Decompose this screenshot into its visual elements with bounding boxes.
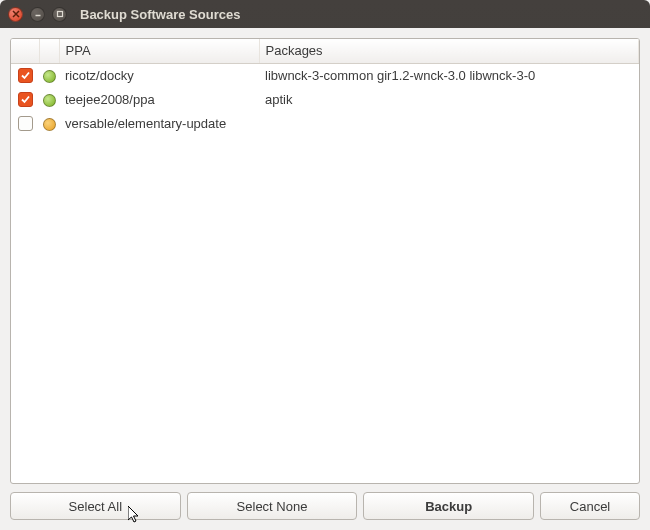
table-row[interactable]: teejee2008/ppaaptik: [11, 87, 639, 111]
status-cell: [39, 63, 59, 87]
check-icon: [20, 94, 31, 105]
minimize-icon: [34, 10, 42, 18]
column-header-status[interactable]: [39, 39, 59, 63]
packages-cell: [259, 111, 639, 135]
button-bar: Select All Select None Backup Cancel: [10, 492, 640, 520]
check-icon: [20, 70, 31, 81]
status-dot-icon: [43, 94, 56, 107]
row-checkbox[interactable]: [18, 92, 33, 107]
maximize-button[interactable]: [52, 7, 67, 22]
window-title: Backup Software Sources: [80, 7, 240, 22]
window-controls: [8, 7, 67, 22]
packages-cell: aptik: [259, 87, 639, 111]
checkbox-cell: [11, 111, 39, 135]
content-area: PPA Packages ricotz/dockylibwnck-3-commo…: [0, 28, 650, 530]
ppa-name-cell: teejee2008/ppa: [59, 87, 259, 111]
column-header-check[interactable]: [11, 39, 39, 63]
minimize-button[interactable]: [30, 7, 45, 22]
status-dot-icon: [43, 70, 56, 83]
cancel-button[interactable]: Cancel: [540, 492, 640, 520]
row-checkbox[interactable]: [18, 68, 33, 83]
row-checkbox[interactable]: [18, 116, 33, 131]
ppa-name-cell: versable/elementary-update: [59, 111, 259, 135]
checkbox-cell: [11, 63, 39, 87]
status-dot-icon: [43, 118, 56, 131]
table-row[interactable]: ricotz/dockylibwnck-3-common gir1.2-wnck…: [11, 63, 639, 87]
svg-rect-0: [57, 12, 62, 17]
backup-button[interactable]: Backup: [363, 492, 534, 520]
status-cell: [39, 111, 59, 135]
table-row[interactable]: versable/elementary-update: [11, 111, 639, 135]
titlebar: Backup Software Sources: [0, 0, 650, 28]
column-header-packages[interactable]: Packages: [259, 39, 639, 63]
ppa-table: PPA Packages ricotz/dockylibwnck-3-commo…: [11, 39, 639, 135]
select-none-button[interactable]: Select None: [187, 492, 358, 520]
select-all-button[interactable]: Select All: [10, 492, 181, 520]
maximize-icon: [56, 10, 64, 18]
status-cell: [39, 87, 59, 111]
checkbox-cell: [11, 87, 39, 111]
column-header-ppa[interactable]: PPA: [59, 39, 259, 63]
close-icon: [12, 10, 20, 18]
close-button[interactable]: [8, 7, 23, 22]
ppa-list[interactable]: PPA Packages ricotz/dockylibwnck-3-commo…: [10, 38, 640, 484]
packages-cell: libwnck-3-common gir1.2-wnck-3.0 libwnck…: [259, 63, 639, 87]
ppa-name-cell: ricotz/docky: [59, 63, 259, 87]
app-window: Backup Software Sources PPA Packages ric…: [0, 0, 650, 530]
